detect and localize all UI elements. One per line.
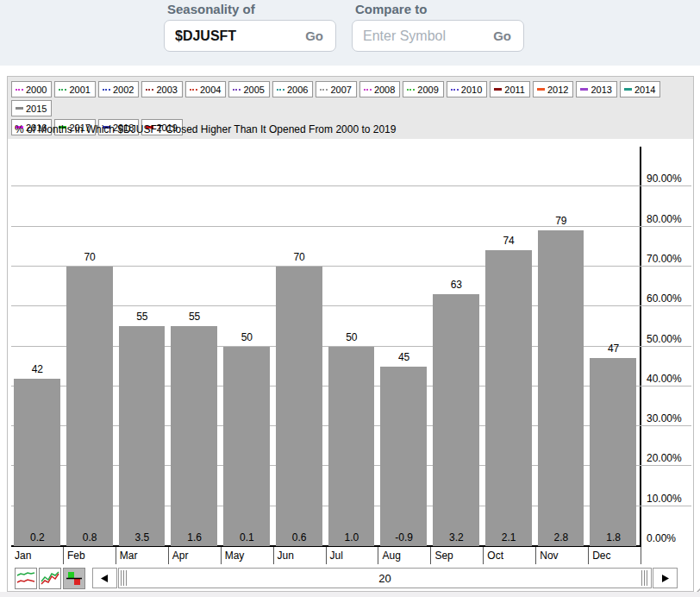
bar-value-label: 42 bbox=[11, 363, 64, 375]
y-tick-label: 90.00% bbox=[647, 173, 682, 185]
month-label-Jun: Jun bbox=[274, 547, 327, 564]
compare-lines-icon[interactable] bbox=[39, 568, 61, 589]
seasonality-label: Seasonality of bbox=[167, 2, 336, 16]
year-toggle-2003[interactable]: 2003 bbox=[141, 81, 182, 97]
bar-value-label: 45 bbox=[378, 351, 430, 363]
scrollbar-left-grip[interactable] bbox=[121, 570, 128, 586]
year-range-scrollbar[interactable]: 20 bbox=[118, 568, 652, 588]
month-label-May: May bbox=[222, 547, 274, 564]
year-toggle-2010[interactable]: 2010 bbox=[447, 81, 487, 97]
bar-cell-Dec: 471.8 bbox=[587, 147, 640, 546]
year-label: 2012 bbox=[547, 85, 568, 95]
bar-avg-change-label: 3.2 bbox=[430, 531, 483, 544]
y-tick-label: 80.00% bbox=[647, 213, 682, 225]
year-toggle-2007[interactable]: 2007 bbox=[316, 81, 356, 97]
y-tick-label: 40.00% bbox=[647, 373, 682, 385]
year-color-mark bbox=[407, 89, 415, 91]
y-tick-label: 50.00% bbox=[647, 333, 682, 345]
bar-Oct[interactable] bbox=[485, 250, 532, 546]
month-label-Feb: Feb bbox=[64, 547, 116, 564]
year-color-mark bbox=[190, 89, 197, 91]
bar-avg-change-label: 0.1 bbox=[221, 531, 273, 544]
bar-cell-Sep: 633.2 bbox=[430, 147, 483, 546]
bar-avg-change-label: 3.5 bbox=[116, 531, 169, 544]
year-toggle-2015[interactable]: 2015 bbox=[11, 100, 52, 116]
bar-cell-Aug: 45-0.9 bbox=[378, 147, 430, 546]
symbol-go-button[interactable]: Go bbox=[300, 23, 335, 48]
line-chart-icon[interactable] bbox=[15, 568, 37, 589]
y-tick-label: 0.00% bbox=[647, 532, 676, 544]
bar-Jan[interactable] bbox=[14, 379, 60, 546]
year-label: 2010 bbox=[461, 85, 482, 95]
bar-Jul[interactable] bbox=[328, 347, 375, 547]
header-bar: Seasonality of Go Compare to Go bbox=[0, 0, 700, 66]
bar-Nov[interactable] bbox=[538, 230, 584, 546]
bar-Apr[interactable] bbox=[171, 326, 217, 546]
year-color-mark bbox=[320, 89, 328, 91]
compare-go-button[interactable]: Go bbox=[488, 23, 523, 48]
year-color-mark bbox=[277, 89, 284, 91]
year-label: 2004 bbox=[200, 85, 221, 95]
bar-Mar[interactable] bbox=[119, 326, 166, 546]
year-toggle-2002[interactable]: 2002 bbox=[98, 81, 139, 97]
bar-Dec[interactable] bbox=[590, 358, 636, 546]
bar-avg-change-label: 1.0 bbox=[326, 531, 378, 544]
year-toggle-2012[interactable]: 2012 bbox=[533, 81, 573, 97]
bar-cell-May: 500.1 bbox=[221, 147, 273, 546]
year-toggle-2011[interactable]: 2011 bbox=[490, 81, 530, 97]
bar-Sep[interactable] bbox=[433, 294, 479, 546]
year-label: 2001 bbox=[69, 85, 90, 95]
chart-title: % of Months in Which $DJUSFT Closed High… bbox=[15, 123, 396, 135]
bar-value-label: 79 bbox=[535, 215, 588, 227]
y-tick-label: 70.00% bbox=[647, 253, 682, 265]
year-toggle-2006[interactable]: 2006 bbox=[272, 81, 313, 97]
year-toggle-2004[interactable]: 2004 bbox=[185, 81, 226, 97]
year-color-mark bbox=[59, 89, 66, 91]
month-label-Nov: Nov bbox=[536, 547, 589, 564]
chart-toolbar: 20 bbox=[8, 566, 693, 590]
y-tick-label: 60.00% bbox=[647, 292, 682, 305]
seasonality-chart-panel: 2000200120022003200420052006200720082009… bbox=[7, 76, 694, 592]
y-tick-label: 20.00% bbox=[647, 452, 682, 464]
bar-Feb[interactable] bbox=[66, 267, 113, 546]
year-toggle-2009[interactable]: 2009 bbox=[403, 81, 443, 97]
bar-avg-change-label: 2.1 bbox=[483, 531, 535, 544]
bar-avg-change-label: 1.6 bbox=[168, 531, 221, 544]
scrollbar-right-grip[interactable] bbox=[641, 570, 649, 586]
bar-cell-Jun: 700.6 bbox=[273, 147, 326, 546]
bar-cell-Nov: 792.8 bbox=[535, 147, 588, 546]
bar-May[interactable] bbox=[223, 347, 270, 547]
symbol-input[interactable] bbox=[165, 28, 300, 44]
year-label: 2011 bbox=[504, 85, 525, 95]
y-axis-line bbox=[640, 147, 641, 546]
histogram-icon[interactable] bbox=[63, 568, 85, 589]
bar-value-label: 70 bbox=[273, 251, 326, 263]
bar-Aug[interactable] bbox=[380, 367, 427, 546]
seasonality-group: Seasonality of Go bbox=[164, 2, 336, 52]
month-label-Dec: Dec bbox=[589, 547, 641, 564]
year-color-mark bbox=[233, 89, 241, 91]
year-color-mark bbox=[146, 89, 153, 91]
compare-field-wrap: Go bbox=[352, 20, 524, 52]
year-label: 2002 bbox=[113, 85, 134, 95]
year-toggle-2001[interactable]: 2001 bbox=[54, 81, 95, 97]
year-toggle-2013[interactable]: 2013 bbox=[576, 81, 616, 97]
y-tick-label: 10.00% bbox=[647, 493, 682, 505]
bar-value-label: 50 bbox=[326, 331, 378, 343]
year-toggle-2000[interactable]: 2000 bbox=[11, 81, 52, 97]
bar-avg-change-label: 0.2 bbox=[11, 531, 64, 544]
scroll-right-button[interactable] bbox=[653, 568, 678, 588]
year-toggle-2008[interactable]: 2008 bbox=[359, 81, 400, 97]
compare-input[interactable] bbox=[353, 28, 488, 44]
month-label-Apr: Apr bbox=[169, 547, 222, 564]
scroll-left-button[interactable] bbox=[92, 568, 117, 588]
year-color-mark bbox=[494, 88, 502, 91]
month-label-Oct: Oct bbox=[484, 547, 536, 564]
year-toggle-2005[interactable]: 2005 bbox=[228, 81, 269, 97]
bar-cell-Apr: 551.6 bbox=[168, 147, 221, 546]
bar-Jun[interactable] bbox=[276, 267, 322, 546]
bar-avg-change-label: 0.8 bbox=[64, 531, 116, 544]
year-color-mark bbox=[580, 88, 588, 91]
year-toggle-2014[interactable]: 2014 bbox=[620, 81, 660, 97]
bar-chart-plot: 0.00%10.00%20.00%30.00%40.00%50.00%60.00… bbox=[11, 147, 691, 546]
